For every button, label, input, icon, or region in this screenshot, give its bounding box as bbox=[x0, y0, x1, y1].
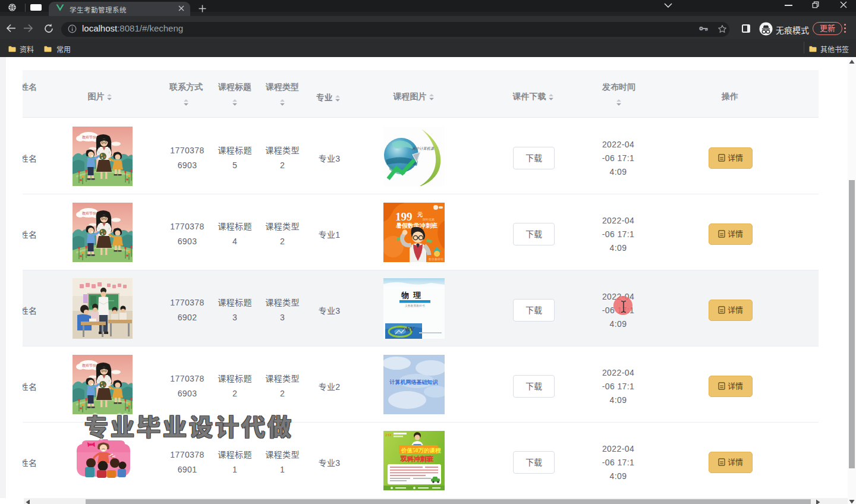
svg-text:义务教育教科书: 义务教育教科书 bbox=[405, 304, 425, 308]
svg-text:元: 元 bbox=[417, 212, 423, 218]
svg-text:199: 199 bbox=[395, 210, 413, 223]
svg-text:限时优惠: 限时优惠 bbox=[423, 218, 435, 222]
svg-text:=hV: =hV bbox=[402, 325, 415, 332]
svg-text:价值50万的课程: 价值50万的课程 bbox=[401, 448, 441, 453]
svg-text:数学教研组: 数学教研组 bbox=[429, 257, 443, 262]
svg-text:233: 233 bbox=[385, 433, 392, 437]
svg-text:双科冲刺班: 双科冲刺班 bbox=[400, 455, 434, 463]
svg-text:物理: 物理 bbox=[401, 291, 425, 300]
svg-text:计算机网络基础知识: 计算机网络基础知识 bbox=[389, 379, 439, 385]
